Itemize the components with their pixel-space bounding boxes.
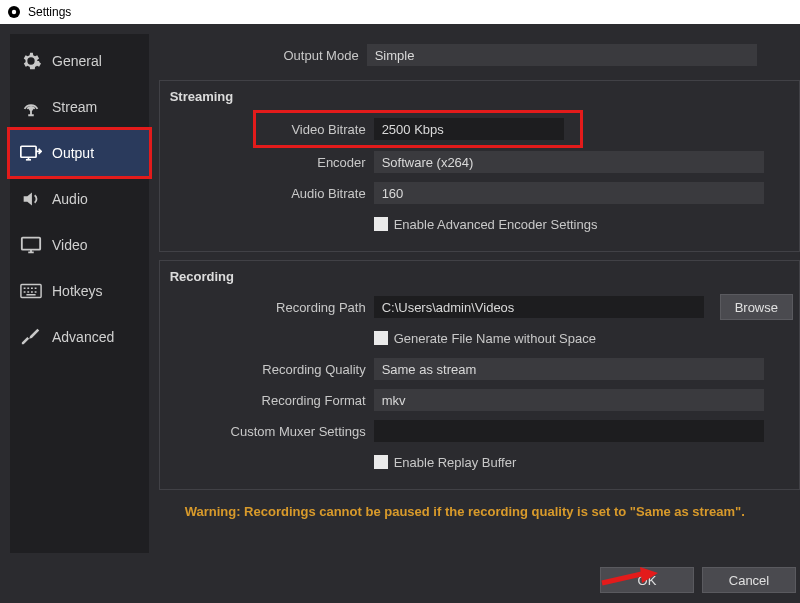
recording-format-row: Recording Format mkv (166, 386, 793, 414)
browse-label: Browse (735, 300, 778, 315)
recording-path-input[interactable]: C:\Users\admin\Videos (374, 296, 704, 318)
keyboard-icon (20, 280, 42, 302)
encoder-value: Software (x264) (382, 155, 474, 170)
warning-text: Warning: Recordings cannot be paused if … (159, 490, 800, 523)
monitor-icon (20, 234, 42, 256)
speaker-icon (20, 188, 42, 210)
streaming-title: Streaming (166, 87, 793, 110)
sidebar-item-output[interactable]: Output (10, 130, 149, 176)
recording-path-label: Recording Path (166, 300, 374, 315)
svg-rect-3 (21, 146, 36, 157)
broadcast-icon (20, 96, 42, 118)
sidebar-item-label: Output (52, 145, 94, 161)
output-mode-select[interactable]: Simple (367, 44, 757, 66)
sidebar-item-hotkeys[interactable]: Hotkeys (10, 268, 149, 314)
sidebar-item-stream[interactable]: Stream (10, 84, 149, 130)
sidebar-item-label: Advanced (52, 329, 114, 345)
encoder-label: Encoder (166, 155, 374, 170)
muxer-input[interactable] (374, 420, 764, 442)
replay-label: Enable Replay Buffer (394, 455, 517, 470)
recording-format-value: mkv (382, 393, 406, 408)
recording-path-row: Recording Path C:\Users\admin\Videos Bro… (166, 293, 793, 321)
output-mode-row: Output Mode Simple (159, 41, 800, 69)
svg-rect-5 (21, 285, 41, 298)
recording-path-value: C:\Users\admin\Videos (382, 300, 515, 315)
gear-icon (20, 50, 42, 72)
muxer-label: Custom Muxer Settings (166, 424, 374, 439)
replay-checkbox[interactable]: Enable Replay Buffer (374, 455, 517, 470)
video-bitrate-input[interactable]: 2500 Kbps (374, 118, 564, 140)
recording-format-label: Recording Format (166, 393, 374, 408)
svg-rect-4 (22, 238, 40, 250)
settings-sidebar: General Stream Output Audio Video (10, 34, 149, 553)
sidebar-item-general[interactable]: General (10, 38, 149, 84)
replay-row: Enable Replay Buffer (166, 448, 793, 476)
enable-adv-row: Enable Advanced Encoder Settings (166, 210, 793, 238)
title-bar: Settings (0, 0, 800, 24)
ok-label: OK (638, 573, 657, 588)
streaming-group: Streaming Video Bitrate 2500 Kbps Encode… (159, 80, 800, 252)
tools-icon (20, 326, 42, 348)
output-mode-value: Simple (375, 48, 415, 63)
recording-quality-value: Same as stream (382, 362, 477, 377)
audio-bitrate-label: Audio Bitrate (166, 186, 374, 201)
recording-quality-select[interactable]: Same as stream (374, 358, 764, 380)
sidebar-item-label: Video (52, 237, 88, 253)
audio-bitrate-value: 160 (382, 186, 404, 201)
encoder-row: Encoder Software (x264) (166, 148, 793, 176)
recording-quality-label: Recording Quality (166, 362, 374, 377)
enable-adv-checkbox[interactable]: Enable Advanced Encoder Settings (374, 217, 598, 232)
video-bitrate-value: 2500 Kbps (382, 122, 444, 137)
svg-point-2 (30, 108, 33, 111)
muxer-row: Custom Muxer Settings (166, 417, 793, 445)
output-mode-label: Output Mode (159, 48, 367, 63)
enable-adv-label: Enable Advanced Encoder Settings (394, 217, 598, 232)
checkbox-box (374, 217, 388, 231)
gen-no-space-row: Generate File Name without Space (166, 324, 793, 352)
app-icon (6, 4, 22, 20)
output-icon (20, 142, 42, 164)
sidebar-item-label: General (52, 53, 102, 69)
gen-no-space-label: Generate File Name without Space (394, 331, 596, 346)
sidebar-item-label: Audio (52, 191, 88, 207)
sidebar-item-advanced[interactable]: Advanced (10, 314, 149, 360)
sidebar-item-audio[interactable]: Audio (10, 176, 149, 222)
recording-group: Recording Recording Path C:\Users\admin\… (159, 260, 800, 490)
sidebar-item-label: Stream (52, 99, 97, 115)
dialog-footer: OK Cancel (600, 567, 800, 593)
ok-button[interactable]: OK (600, 567, 694, 593)
checkbox-box (374, 455, 388, 469)
cancel-label: Cancel (729, 573, 769, 588)
sidebar-item-label: Hotkeys (52, 283, 103, 299)
window-title: Settings (28, 5, 71, 19)
encoder-select[interactable]: Software (x264) (374, 151, 764, 173)
audio-bitrate-select[interactable]: 160 (374, 182, 764, 204)
cancel-button[interactable]: Cancel (702, 567, 796, 593)
recording-format-select[interactable]: mkv (374, 389, 764, 411)
browse-button[interactable]: Browse (720, 294, 793, 320)
sidebar-item-video[interactable]: Video (10, 222, 149, 268)
gen-no-space-checkbox[interactable]: Generate File Name without Space (374, 331, 596, 346)
checkbox-box (374, 331, 388, 345)
recording-title: Recording (166, 267, 793, 290)
recording-quality-row: Recording Quality Same as stream (166, 355, 793, 383)
video-bitrate-row: Video Bitrate 2500 Kbps (256, 113, 580, 145)
video-bitrate-label: Video Bitrate (258, 122, 374, 137)
audio-bitrate-row: Audio Bitrate 160 (166, 179, 793, 207)
settings-content: Output Mode Simple Streaming Video Bitra… (149, 34, 800, 593)
svg-point-1 (12, 10, 16, 14)
